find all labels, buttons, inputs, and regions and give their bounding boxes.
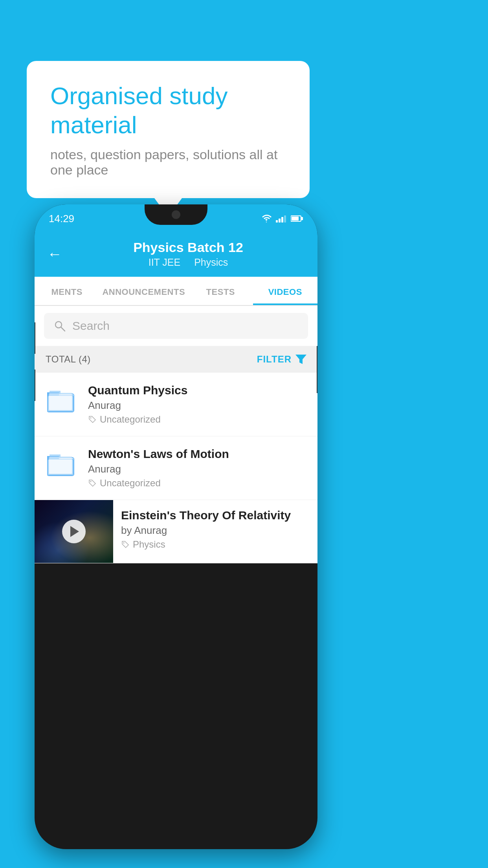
item-title: Newton's Laws of Motion: [88, 447, 308, 461]
svg-marker-9: [295, 355, 306, 364]
item-author: Anurag: [88, 463, 308, 475]
content-list: Quantum Physics Anurag Uncategorized: [35, 373, 317, 563]
folder-icon: [47, 388, 75, 414]
item-tag: Uncategorized: [88, 414, 308, 425]
filter-button[interactable]: FILTER: [257, 354, 306, 365]
bubble-title: Organised study material: [50, 81, 286, 140]
list-item[interactable]: Quantum Physics Anurag Uncategorized: [35, 373, 317, 436]
search-container: Search: [35, 306, 317, 346]
svg-point-22: [123, 542, 125, 544]
camera: [172, 210, 180, 219]
item-title: Einstein's Theory Of Relativity: [121, 509, 310, 522]
subtitle-part2: Physics: [194, 257, 228, 268]
svg-rect-20: [49, 457, 72, 474]
filter-row: TOTAL (4) FILTER: [35, 346, 317, 373]
header-subtitle: IIT JEE Physics: [72, 257, 305, 268]
tabs-bar: MENTS ANNOUNCEMENTS TESTS VIDEOS: [35, 277, 317, 306]
back-button[interactable]: ←: [47, 246, 62, 263]
status-time: 14:29: [49, 213, 74, 225]
phone-frame: 14:29 ← Physics Batch 12: [35, 204, 317, 849]
signal-icon: [276, 215, 287, 223]
search-input[interactable]: Search: [72, 319, 110, 333]
tab-videos[interactable]: VIDEOS: [253, 277, 317, 305]
svg-point-21: [90, 481, 92, 482]
filter-icon: [295, 354, 306, 365]
status-bar: 14:29: [35, 204, 317, 233]
status-icons: [261, 215, 303, 223]
svg-rect-1: [279, 219, 281, 223]
speech-bubble-container: Organised study material notes, question…: [27, 61, 310, 198]
total-count: TOTAL (4): [46, 354, 91, 365]
play-button[interactable]: [62, 520, 86, 543]
volume-down-button: [35, 370, 35, 401]
search-box[interactable]: Search: [44, 313, 308, 339]
folder-icon: [47, 452, 75, 477]
item-author: Anurag: [88, 399, 308, 412]
header-title-group: Physics Batch 12 IIT JEE Physics: [72, 240, 305, 268]
item-author: by Anurag: [121, 524, 310, 537]
tag-icon: [121, 540, 130, 549]
filter-label: FILTER: [257, 354, 292, 365]
notch: [145, 204, 207, 225]
wifi-icon: [261, 215, 272, 223]
svg-rect-0: [276, 220, 278, 223]
tag-text: Physics: [133, 539, 165, 550]
svg-rect-2: [281, 217, 283, 223]
item-content: Newton's Laws of Motion Anurag Uncategor…: [88, 447, 308, 489]
list-item-video[interactable]: Einstein's Theory Of Relativity by Anura…: [35, 500, 317, 563]
item-icon: [44, 384, 79, 418]
svg-rect-6: [301, 217, 303, 220]
video-thumbnail: [35, 500, 113, 563]
svg-rect-5: [292, 217, 299, 221]
svg-line-8: [61, 327, 65, 331]
item-content: Quantum Physics Anurag Uncategorized: [88, 384, 308, 425]
svg-point-15: [90, 417, 92, 419]
tab-ments[interactable]: MENTS: [35, 277, 99, 305]
item-tag: Physics: [121, 539, 310, 550]
tag-text: Uncategorized: [100, 478, 161, 489]
tag-text: Uncategorized: [100, 414, 161, 425]
tag-icon: [88, 479, 97, 487]
item-title: Quantum Physics: [88, 384, 308, 397]
tag-icon: [88, 415, 97, 424]
play-icon: [70, 526, 79, 537]
tab-tests[interactable]: TESTS: [188, 277, 253, 305]
power-button: [317, 346, 317, 393]
volume-up-button: [35, 322, 35, 354]
item-icon: [44, 447, 79, 482]
item-content: Einstein's Theory Of Relativity by Anura…: [113, 500, 317, 559]
svg-rect-3: [284, 215, 286, 223]
bubble-subtitle: notes, question papers, solutions all at…: [50, 147, 286, 178]
subtitle-part1: IIT JEE: [149, 257, 181, 268]
app-header: ← Physics Batch 12 IIT JEE Physics: [35, 233, 317, 277]
item-tag: Uncategorized: [88, 478, 308, 489]
tab-announcements[interactable]: ANNOUNCEMENTS: [99, 277, 188, 305]
speech-bubble: Organised study material notes, question…: [27, 61, 310, 198]
svg-rect-14: [49, 393, 72, 410]
search-icon: [53, 320, 66, 332]
header-title: Physics Batch 12: [72, 240, 305, 255]
list-item[interactable]: Newton's Laws of Motion Anurag Uncategor…: [35, 436, 317, 500]
battery-icon: [291, 215, 303, 222]
